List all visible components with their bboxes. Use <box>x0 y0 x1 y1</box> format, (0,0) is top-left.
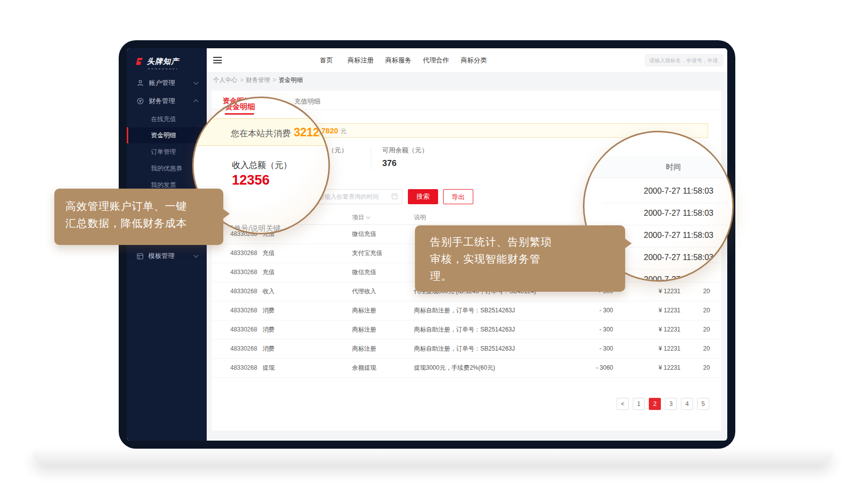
cell-order-no: 48330268 <box>230 243 257 263</box>
chevron-down-icon <box>194 253 199 258</box>
breadcrumb-part[interactable]: 个人中心 <box>213 76 237 83</box>
banner-unit: 元 <box>340 128 346 135</box>
breadcrumb-separator: > <box>273 76 276 83</box>
cell-order-no: 48330268 <box>230 282 257 301</box>
stat-divider <box>371 147 371 170</box>
cell-type: 消费 <box>263 339 275 358</box>
cell-project: 商标注册 <box>352 301 376 320</box>
pagination-page-3[interactable]: 3 <box>665 398 677 410</box>
pagination-page-1[interactable]: 1 <box>633 398 645 410</box>
magnified-time-row: 2000-7-27 11:58:03 <box>644 253 713 262</box>
sidebar-item-fund-detail[interactable]: 资金明细 <box>127 127 207 143</box>
callout-text-line: 审核，实现智能财务管 <box>430 250 625 268</box>
cell-description: 提现3000元，手续费2%(60元) <box>414 358 495 377</box>
nav-item-home[interactable]: 首页 <box>320 48 333 72</box>
search-button[interactable]: 搜索 <box>408 189 438 204</box>
nav-item-trademark-service[interactable]: 商标服务 <box>385 48 411 72</box>
sidebar-item-label: 账户管理 <box>149 78 175 88</box>
cell-order-no: 48330268 <box>230 358 257 377</box>
breadcrumb: 个人中心>财务管理>资金明细 <box>207 72 727 89</box>
sidebar-item-recharge[interactable]: 在线充值 <box>127 111 207 127</box>
sort-caret-icon <box>366 215 370 219</box>
magnified-stat-label: 收入总额（元） <box>232 159 292 171</box>
nav-item-trademark-category[interactable]: 商标分类 <box>461 48 487 72</box>
logo-text: 头牌知产 <box>147 57 179 66</box>
cell-description: 商标自助注册，订单号：SB2514263J <box>414 320 515 339</box>
date-query-input[interactable] <box>313 189 402 204</box>
logo-subtext-decoration <box>148 68 177 69</box>
callout-right: 告别手工统计、告别繁琐 审核，实现智能财务管 理。 <box>415 225 625 292</box>
chevron-up-icon <box>194 100 199 105</box>
cell-time: 2000-7-27 11:58:03 <box>703 358 710 377</box>
cell-order-no: 48330268 <box>230 301 257 320</box>
cell-type: 收入 <box>263 282 275 301</box>
cell-amount: - 3060 <box>571 358 613 377</box>
row-divider <box>603 203 728 203</box>
cell-type: 充值 <box>263 263 275 282</box>
cell-project: 代理收入 <box>352 282 376 301</box>
callout-text-line: 告别手工统计、告别繁琐 <box>430 233 625 250</box>
callout-text-line: 高效管理账户订单、一键 <box>65 198 223 215</box>
tab-recharge-detail[interactable]: 充值明细 <box>294 97 320 106</box>
stat-label: 可用余额（元） <box>382 146 428 155</box>
cell-description: 商标自助注册，订单号：SB2514263J <box>414 301 515 320</box>
sidebar-item-label: 模板管理 <box>148 251 175 261</box>
cell-order-no: 48330268 <box>230 320 257 339</box>
cell-amount: - 300 <box>571 301 613 320</box>
user-icon <box>137 79 144 87</box>
cell-balance: ¥ 12231 <box>634 301 680 320</box>
header-description: 说明 <box>414 210 426 224</box>
cell-project: 微信充值 <box>352 224 376 243</box>
template-icon <box>137 253 143 260</box>
cell-description: 商标自助注册，订单号：SB2514263J <box>414 339 515 358</box>
magnified-banner-prefix: 您在本站共消费 <box>231 129 291 138</box>
pagination-prev[interactable]: < <box>617 398 629 410</box>
nav-item-trademark-register[interactable]: 商标注册 <box>348 48 374 72</box>
logo[interactable]: 头牌知产 <box>134 56 179 66</box>
search-input[interactable] <box>645 54 723 66</box>
cell-amount: - 300 <box>571 339 613 358</box>
cell-project: 微信充值 <box>352 263 376 282</box>
pagination-page-4[interactable]: 4 <box>681 398 693 410</box>
table-row: 48330268提现余额提现提现3000元，手续费2%(60元)- 3060¥ … <box>212 358 721 378</box>
sidebar-item-label: 财务管理 <box>149 97 175 106</box>
sidebar-item-template[interactable]: 模板管理 <box>127 247 207 265</box>
breadcrumb-current: 资金明细 <box>279 76 303 83</box>
cell-time: 2000-7-27 11:58:03 <box>703 282 710 301</box>
cell-type: 充值 <box>263 243 275 263</box>
hamburger-menu-icon[interactable] <box>213 57 222 63</box>
cell-type: 提现 <box>263 358 275 377</box>
pagination-page-2-active[interactable]: 2 <box>649 398 661 410</box>
cell-type: 消费 <box>263 320 275 339</box>
magnified-time-header: 时间 <box>666 162 681 172</box>
table-row: 48330268消费商标注册商标自助注册，订单号：SB2514263J- 300… <box>212 339 721 359</box>
pagination-page-5[interactable]: 5 <box>697 398 709 410</box>
chevron-down-icon <box>194 80 199 85</box>
sidebar-item-finance[interactable]: 财务管理 <box>127 93 207 110</box>
magnified-time-row: 2000-7-27 11:58:03 <box>644 209 713 218</box>
header-project[interactable]: 项目 <box>352 210 370 224</box>
table-row: 48330268消费商标注册商标自助注册，订单号：SB2514263J- 300… <box>212 301 721 320</box>
export-button[interactable]: 导出 <box>443 189 473 204</box>
cell-balance: ¥ 12231 <box>634 339 680 358</box>
top-nav: 首页 商标注册 商标服务 代理合作 商标分类 <box>207 48 727 72</box>
sidebar-item-account[interactable]: 账户管理 <box>127 74 207 92</box>
nav-item-agency[interactable]: 代理合作 <box>423 48 449 72</box>
stat-value: 376 <box>382 158 428 169</box>
cell-project: 余额提现 <box>352 358 376 377</box>
cell-balance: ¥ 12231 <box>634 358 680 377</box>
cell-balance: ¥ 12231 <box>634 320 680 339</box>
cell-type: 消费 <box>263 301 275 320</box>
cell-order-no: 48330268 <box>230 339 257 358</box>
cell-amount: - 300 <box>571 320 613 339</box>
callout-left: 高效管理账户订单、一键 汇总数据，降低财务成本 <box>54 189 223 245</box>
breadcrumb-separator: > <box>240 76 243 83</box>
cell-time: 2000-7-27 11:58:03 <box>703 339 710 358</box>
breadcrumb-part[interactable]: 财务管理 <box>246 76 270 83</box>
cell-project: 商标注册 <box>352 320 376 339</box>
cell-time: 2000-7-27 11:58:03 <box>703 301 710 320</box>
calendar-icon[interactable] <box>392 194 397 199</box>
callout-arrow-icon <box>625 238 632 248</box>
page: 头牌知产 账户管理 财务管理 在线充值 资金明细 订单管理 我的优惠券 <box>0 0 853 504</box>
cell-project: 支付宝充值 <box>352 243 382 263</box>
